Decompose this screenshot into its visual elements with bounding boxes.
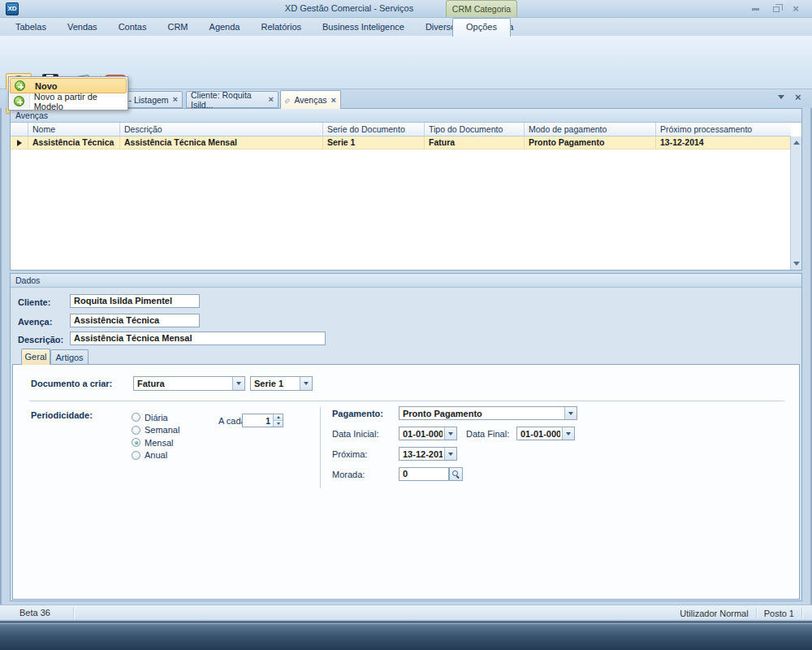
morada-search-button[interactable] <box>449 467 463 481</box>
data-final-picker[interactable]: 01-01-0001 <box>516 427 575 440</box>
pagamento-combo[interactable]: Pronto Pagamento <box>399 406 577 420</box>
grid-column-header[interactable]: Próximo processamento <box>656 123 791 136</box>
data-final-label: Data Final: <box>466 429 509 439</box>
menu-tab[interactable]: Contas <box>108 18 158 36</box>
radio-button[interactable] <box>132 413 140 422</box>
serie-combo[interactable]: Serie 1 <box>250 376 313 391</box>
grid-cell[interactable]: Fatura <box>425 136 525 149</box>
restore-button[interactable] <box>767 3 786 15</box>
dropdown-icon[interactable] <box>232 377 244 390</box>
cliente-field[interactable]: Roquita Isilda Pimentel <box>70 294 200 308</box>
grid-vertical-scrollbar[interactable] <box>790 136 801 270</box>
stepper-down-icon[interactable] <box>274 421 283 427</box>
station-label: Posto 1 <box>764 609 794 618</box>
grid-cell[interactable]: Pronto Pagamento <box>525 136 656 149</box>
grid-column-header[interactable]: Nome <box>28 123 120 136</box>
contextual-tab-group[interactable]: CRM Categoria <box>446 0 517 17</box>
tab-cliente[interactable]: Cliente: Roquita Isild... × <box>186 91 279 108</box>
tab-opcoes[interactable]: Opções <box>452 18 511 37</box>
radio-option[interactable]: Diária <box>132 411 179 424</box>
scroll-down-icon[interactable] <box>791 258 801 269</box>
periodicidade-label: Periodicidade: <box>31 410 93 420</box>
data-inicial-picker[interactable]: 01-01-0001 <box>399 427 457 440</box>
tab-artigos[interactable]: Artigos <box>50 349 89 365</box>
tab-close-icon[interactable]: × <box>173 95 178 104</box>
pagamento-label: Pagamento: <box>332 409 383 418</box>
menu-item-novo-modelo[interactable]: Novo a partir de Modelo <box>10 93 127 109</box>
minimize-icon <box>752 8 759 11</box>
user-mode-label: Utilizador Normal <box>680 609 748 618</box>
dropdown-icon[interactable] <box>564 407 577 419</box>
tab-close-icon[interactable]: × <box>269 95 274 104</box>
title-bar: XD XD Gestão Comercial - Serviços CRM Ca… <box>0 0 812 18</box>
dropdown-icon[interactable] <box>562 427 574 440</box>
dropdown-icon[interactable] <box>300 377 312 390</box>
app-window: XD XD Gestão Comercial - Serviços CRM Ca… <box>0 0 812 622</box>
status-right: Utilizador Normal Posto 1 <box>680 608 802 618</box>
geral-tab-content: Documento a criar: Fatura Serie 1 Period… <box>12 364 800 600</box>
documento-combo[interactable]: Fatura <box>133 376 245 391</box>
menu-tab[interactable]: Relatórios <box>250 18 312 36</box>
dropdown-icon[interactable] <box>444 427 456 440</box>
menu-tab[interactable]: Business Inteligence <box>312 18 415 36</box>
close-button[interactable]: × <box>786 3 806 15</box>
descricao-field[interactable]: Assistência Técnica Mensal <box>70 332 326 345</box>
descricao-label: Descrição: <box>18 335 63 344</box>
grid-column-header-row: NomeDescriçãoSerie do DocumentoTipo do D… <box>11 123 791 136</box>
grid-column-header[interactable]: Serie do Documento <box>323 123 425 136</box>
tabbar-close-icon[interactable]: × <box>795 91 801 103</box>
scroll-up-icon[interactable] <box>791 137 801 148</box>
cliente-label: Cliente: <box>18 297 50 307</box>
grid-cell[interactable]: Assistência Técnica Mensal <box>120 136 323 149</box>
paperclip-icon <box>285 95 290 106</box>
menu-tab[interactable]: CRM <box>157 18 198 36</box>
vertical-separator <box>320 407 321 488</box>
tab-close-icon[interactable]: × <box>331 96 336 105</box>
tab-geral[interactable]: Geral <box>21 349 50 365</box>
a-cada-stepper[interactable]: 1 <box>242 414 283 427</box>
grid-indicator-header <box>11 123 28 136</box>
grid-column-header[interactable]: Modo de pagamento <box>525 123 656 136</box>
radio-option[interactable]: Mensal <box>132 436 179 449</box>
menu-tab[interactable]: Tabelas <box>5 18 57 36</box>
dados-panel: Dados Cliente: Roquita Isilda Pimentel A… <box>10 273 802 601</box>
restore-icon <box>773 6 780 12</box>
dados-panel-header: Dados <box>11 274 801 288</box>
grid-cell[interactable]: Serie 1 <box>323 136 425 149</box>
morada-field[interactable]: 0 <box>399 467 449 481</box>
proxima-label: Próxima: <box>332 449 367 459</box>
radio-option[interactable]: Semanal <box>132 424 179 437</box>
radio-button[interactable] <box>132 451 140 460</box>
grid-selected-row[interactable]: Assistência TécnicaAssistência Técnica M… <box>11 136 791 150</box>
grid-cell[interactable]: 13-12-2014 <box>656 136 791 149</box>
avenca-field[interactable]: Assistência Técnica <box>70 314 200 327</box>
version-label: Beta 36 <box>19 608 50 618</box>
documento-a-criar-label: Documento a criar: <box>31 379 112 388</box>
proxima-picker[interactable]: 13-12-2014 <box>399 447 457 461</box>
dropdown-icon[interactable] <box>444 448 456 460</box>
radio-button[interactable] <box>132 426 140 435</box>
morada-label: Morada: <box>332 470 365 479</box>
app-icon: XD <box>6 2 19 15</box>
menu-tab[interactable]: Agenda <box>199 18 251 36</box>
row-indicator <box>11 136 28 149</box>
grid-cell[interactable]: Assistência Técnica <box>28 136 120 149</box>
menu-bar: TabelasVendasContasCRMAgendaRelatóriosBu… <box>0 18 812 36</box>
grid-column-headers: NomeDescriçãoSerie do DocumentoTipo do D… <box>28 123 791 136</box>
grid-panel-header: Avenças <box>11 109 801 123</box>
radio-option[interactable]: Anual <box>132 449 179 462</box>
windows-taskbar: XD PT × 16:30 13-11-2014 <box>0 622 812 650</box>
tab-list-dropdown-icon[interactable] <box>778 95 784 99</box>
minimize-button[interactable] <box>745 3 765 15</box>
horizontal-separator <box>29 401 784 401</box>
periodicidade-radio-group: Diária Semanal Mensal Anual <box>132 411 179 462</box>
menu-tab[interactable]: Vendas <box>57 18 108 36</box>
tab-avencas-active[interactable]: Avenças × <box>280 90 341 109</box>
novo-dropdown-menu: Novo Novo a partir de Modelo <box>8 76 128 110</box>
grid-column-header[interactable]: Descrição <box>120 123 323 136</box>
grid-column-header[interactable]: Tipo do Documento <box>425 123 525 136</box>
stepper-up-icon[interactable] <box>274 414 283 421</box>
avencas-grid-panel: Avenças NomeDescriçãoSerie do DocumentoT… <box>10 108 802 271</box>
radio-button[interactable] <box>132 438 140 447</box>
plus-icon <box>15 80 25 91</box>
